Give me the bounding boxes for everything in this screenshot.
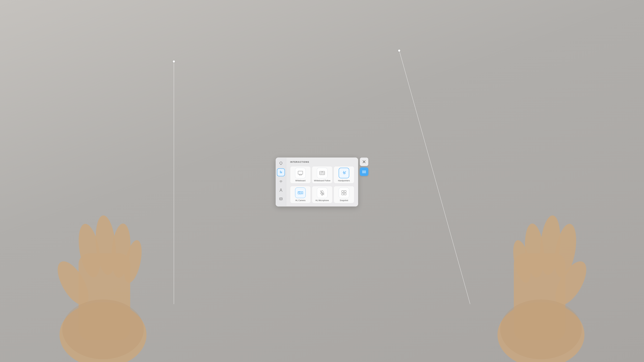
svg-point-12 [510, 239, 534, 284]
svg-rect-38 [342, 193, 344, 195]
whiteboard-follow-label: Whiteboard Follow [314, 180, 330, 182]
sidebar-item-profile[interactable] [277, 186, 285, 194]
svg-point-9 [62, 300, 144, 359]
svg-rect-37 [344, 191, 346, 192]
grid-item-hl-camera[interactable]: HL Camera [290, 186, 310, 203]
svg-point-4 [75, 222, 104, 279]
svg-point-8 [52, 257, 95, 310]
section-title: INTERACTIONS [290, 161, 354, 163]
side-buttons [360, 157, 368, 176]
svg-point-30 [299, 192, 300, 194]
svg-point-2 [60, 302, 146, 362]
sidebar-item-interactions[interactable] [277, 168, 285, 176]
svg-point-14 [538, 215, 563, 276]
svg-rect-22 [298, 171, 303, 174]
sidebar [276, 157, 286, 206]
sidebar-item-wifi[interactable] [277, 177, 285, 185]
hl-camera-icon-box [295, 187, 306, 198]
svg-point-19 [280, 189, 282, 190]
svg-point-10 [498, 302, 584, 362]
svg-point-31 [298, 192, 299, 193]
handpointers-icon-box [339, 168, 349, 178]
svg-point-5 [93, 215, 118, 276]
whiteboard-icon-box [295, 168, 306, 178]
svg-rect-43 [364, 171, 366, 171]
grid-item-snapshot[interactable]: Snapshot [334, 186, 354, 203]
svg-rect-45 [364, 172, 366, 173]
snapshot-label: Snapshot [340, 199, 348, 202]
svg-point-15 [551, 222, 580, 279]
svg-rect-3 [78, 253, 130, 340]
svg-point-17 [500, 300, 582, 359]
svg-rect-11 [514, 253, 566, 340]
handpointers-label: Handpointers [338, 180, 350, 182]
content-area: INTERACTIONS Whiteboard [286, 157, 358, 206]
sidebar-item-home[interactable] [277, 159, 285, 167]
hl-camera-label: HL Camera [296, 199, 306, 202]
whiteboard-label: Whiteboard [295, 180, 305, 182]
grid-item-whiteboard-follow[interactable]: Whiteboard Follow [312, 166, 332, 183]
svg-rect-44 [362, 172, 364, 173]
svg-rect-42 [362, 171, 364, 171]
hl-microphone-label: HL Microphone [316, 199, 329, 202]
grid-item-hl-microphone[interactable]: HL Microphone [312, 186, 332, 203]
svg-line-1 [399, 51, 470, 304]
ui-container: INTERACTIONS Whiteboard [276, 157, 368, 206]
scene: INTERACTIONS Whiteboard [0, 0, 644, 362]
svg-point-7 [121, 239, 145, 284]
svg-point-16 [549, 257, 592, 310]
svg-rect-39 [344, 193, 346, 195]
svg-point-6 [109, 223, 132, 279]
whiteboard-follow-icon-box [317, 168, 328, 178]
menu-button[interactable] [360, 167, 368, 176]
svg-point-13 [523, 223, 546, 279]
sidebar-item-help[interactable] [277, 195, 285, 203]
hl-microphone-icon-box [317, 187, 328, 198]
dot-handle-right [398, 49, 400, 52]
grid-item-whiteboard[interactable]: Whiteboard [290, 166, 310, 183]
svg-point-18 [280, 182, 281, 183]
hand-left [32, 145, 174, 362]
interactions-grid: Whiteboard [290, 166, 354, 203]
hand-right [470, 145, 612, 362]
svg-rect-20 [280, 198, 282, 200]
snapshot-icon-box [339, 187, 349, 198]
dot-handle-left [173, 60, 175, 63]
close-button[interactable] [360, 157, 368, 166]
grid-item-handpointers[interactable]: Handpointers [334, 166, 354, 183]
main-panel: INTERACTIONS Whiteboard [276, 157, 358, 206]
svg-point-21 [280, 200, 281, 200]
